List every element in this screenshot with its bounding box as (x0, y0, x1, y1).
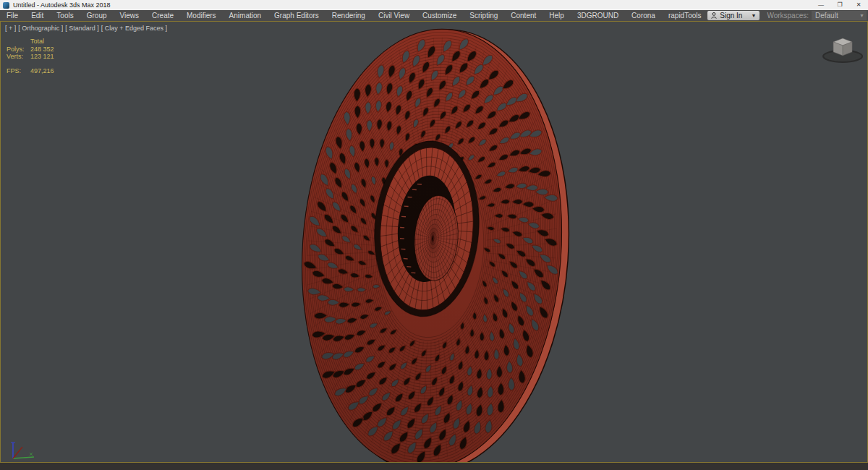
window-title: Untitled - Autodesk 3ds Max 2018 (13, 1, 111, 9)
menu-item-modifiers[interactable]: Modifiers (180, 10, 223, 21)
close-button[interactable]: ✕ (849, 0, 868, 10)
viewport-plus-menu[interactable]: [ + ] (5, 25, 16, 32)
scene-3d[interactable] (1, 22, 867, 462)
workspaces-label: Workspaces: (767, 12, 809, 20)
menu-item-3dground[interactable]: 3DGROUND (571, 10, 625, 21)
menu-item-content[interactable]: Content (504, 10, 542, 21)
stats-row-fps: FPS: 497,216 (7, 67, 54, 75)
stats-header: Total (30, 38, 54, 46)
sign-in-button[interactable]: Sign In ▼ (707, 11, 760, 20)
sign-in-label: Sign In (720, 12, 742, 20)
stats-fps-value: 497,216 (30, 67, 54, 75)
menu-item-group[interactable]: Group (80, 10, 114, 21)
menu-item-rendering[interactable]: Rendering (326, 10, 372, 21)
menu-item-civil-view[interactable]: Civil View (372, 10, 416, 21)
stats-fps-label: FPS: (7, 67, 25, 75)
workspaces-selected: Default (815, 12, 838, 20)
axis-tripod (11, 443, 34, 458)
menu-item-corona[interactable]: Corona (625, 10, 662, 21)
menu-item-create[interactable]: Create (145, 10, 180, 21)
maximize-button[interactable]: ❐ (830, 0, 849, 10)
person-icon (711, 12, 717, 19)
view-cube (823, 38, 862, 62)
window-controls: — ❐ ✕ (812, 0, 868, 10)
minimize-button[interactable]: — (812, 0, 830, 10)
viewport[interactable]: [ + ] [ Orthographic ] [ Standard ] [ Cl… (0, 21, 868, 463)
menu-item-customize[interactable]: Customize (416, 10, 463, 21)
model-disc (287, 22, 583, 462)
titlebar: Untitled - Autodesk 3ds Max 2018 — ❐ ✕ (0, 0, 868, 10)
stats-verts-label: Verts: (7, 53, 25, 61)
stats-verts-value: 123 121 (30, 53, 54, 61)
menu-item-scripting[interactable]: Scripting (463, 10, 504, 21)
app-icon (3, 2, 9, 9)
menu-item-tools[interactable]: Tools (50, 10, 80, 21)
menubar: File Edit Tools Group Views Create Modif… (0, 10, 868, 21)
viewport-view-menu[interactable]: [ Orthographic ] (18, 25, 63, 32)
viewport-label: [ + ] [ Orthographic ] [ Standard ] [ Cl… (5, 25, 169, 32)
menu-item-file[interactable]: File (0, 10, 25, 21)
menu-item-help[interactable]: Help (542, 10, 571, 21)
viewport-shading-menu[interactable]: [ Clay + Edged Faces ] (101, 25, 167, 32)
menu-item-edit[interactable]: Edit (25, 10, 50, 21)
viewport-renderer-menu[interactable]: [ Standard ] (65, 25, 99, 32)
menu-item-views[interactable]: Views (114, 10, 146, 21)
stats-row-verts: Verts: 123 121 (7, 53, 54, 61)
menu-item-rapidtools[interactable]: rapidTools (662, 10, 708, 21)
menu-item-graph-editors[interactable]: Graph Editors (268, 10, 326, 21)
sign-in-caret-icon: ▼ (742, 13, 756, 18)
window-bottom-edge (0, 463, 868, 470)
workspaces-caret-icon: ▼ (859, 13, 864, 18)
menu-item-animation[interactable]: Animation (223, 10, 268, 21)
workspaces-dropdown[interactable]: Default ▼ (812, 11, 867, 20)
viewport-statistics: Total Polys: 248 352 Verts: 123 121 FPS:… (7, 38, 54, 74)
stats-row-polys: Polys: 248 352 (7, 46, 54, 54)
stats-polys-label: Polys: (7, 46, 25, 54)
stats-polys-value: 248 352 (30, 46, 54, 54)
